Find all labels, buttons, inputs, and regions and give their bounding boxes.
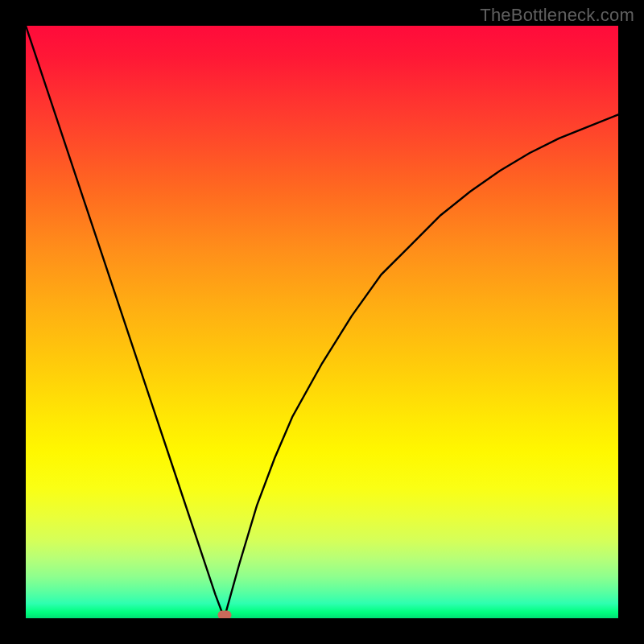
curve-right-branch bbox=[225, 114, 618, 618]
plot-area bbox=[26, 26, 618, 618]
minimum-marker bbox=[217, 610, 231, 618]
curve-left-branch bbox=[26, 26, 225, 618]
bottleneck-curve bbox=[26, 26, 618, 618]
watermark-text: TheBottleneck.com bbox=[480, 5, 634, 26]
chart-frame: TheBottleneck.com bbox=[0, 0, 644, 644]
